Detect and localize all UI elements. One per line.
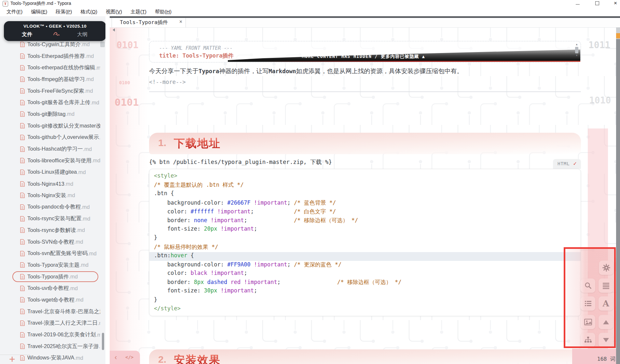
code-line: /* 覆盖主题默认的 .btn 样式 */: [149, 181, 581, 190]
file-item[interactable]: Tools-Etherpad插件推荐.md: [0, 50, 100, 62]
scroll-down-icon[interactable]: ▼: [574, 54, 579, 57]
menu-item[interactable]: 文件(F): [3, 8, 26, 16]
file-item[interactable]: Travel-2019-06北京美食计划.md: [0, 329, 100, 341]
menu-item[interactable]: 视图(V): [103, 8, 125, 16]
add-file-button[interactable]: +: [9, 353, 15, 364]
file-icon: [20, 53, 25, 59]
css-code-block[interactable]: <style>/* 覆盖主题默认的 .btn 样式 */.btn { backg…: [149, 169, 581, 316]
file-item[interactable]: Tools-rsync参数解读.md: [0, 224, 100, 236]
sidebar: Tools-Cygwin工具简介.mdTools-Etherpad插件推荐.md…: [0, 16, 105, 364]
file-icon: [20, 181, 25, 187]
tab-close-icon[interactable]: ×: [179, 19, 182, 25]
editor-scrollbar-thumb[interactable]: [616, 39, 620, 364]
tab-bar: Tools-Typora插件 ×: [110, 18, 620, 27]
file-icon: [20, 88, 25, 94]
btn-shortcode-line[interactable]: {% btn /public-files/typora_plugin-maste…: [149, 158, 332, 166]
file-icon: [20, 123, 25, 128]
file-icon: [20, 262, 25, 268]
file-icon: [20, 169, 25, 175]
mini-scroll-thumb[interactable]: [575, 47, 578, 53]
heading-2-number: 2.: [158, 354, 166, 364]
file-item[interactable]: Tools-svn配置免账号密码.md: [0, 248, 100, 259]
file-item[interactable]: Tools-libreoffice安装与使用.md: [0, 155, 100, 167]
close-button[interactable]: ×: [608, 0, 620, 7]
vlook-icon: [53, 31, 61, 37]
menu-item[interactable]: 段落(P): [52, 8, 75, 16]
file-item[interactable]: Tools-Nginx安装.md: [0, 190, 100, 201]
heading-1-number: 1.: [158, 137, 166, 148]
file-icon: [20, 320, 25, 326]
more-comment[interactable]: <!--more-->: [149, 79, 186, 85]
file-item[interactable]: Tools-Typora安装主题.md: [0, 259, 100, 271]
menu-item[interactable]: 帮助(H): [152, 8, 175, 16]
file-item[interactable]: Travel-北京奋斗终章-巴厘岛之旅.md: [0, 306, 100, 317]
file-item[interactable]: Tools-git删除tag.md: [0, 108, 100, 120]
code-line: }: [149, 296, 581, 305]
file-icon: [20, 135, 25, 140]
title-bar: T Tools-Typora插件.md - Typora ×: [0, 0, 620, 7]
code-line: background-color: #26667F !important; /*…: [149, 199, 581, 208]
file-icon: [20, 100, 25, 105]
sidebar-tab-files[interactable]: 文件: [22, 31, 32, 38]
code-line: /* 鼠标悬停时的效果 */: [149, 243, 581, 252]
file-icon: [20, 227, 25, 233]
code-line: background-color: #FF9A00 !important; /*…: [149, 261, 581, 270]
code-line: .btn:hover {: [149, 252, 581, 261]
file-item[interactable]: Tools-wget命令教程.md: [0, 294, 100, 306]
file-item[interactable]: Tools-rsync安装与配置.md: [0, 213, 100, 224]
annotation-pink-overlay: [565, 249, 614, 346]
menu-item[interactable]: 编辑(E): [28, 8, 50, 16]
footer-left-panel: ‹ </>: [110, 351, 140, 364]
menu-item[interactable]: 格式(O): [77, 8, 101, 16]
bg-digits: 1011: [588, 40, 610, 50]
file-item[interactable]: Tools-Linux搭建gitea.md: [0, 167, 100, 178]
file-item[interactable]: Travel-2025哈尔滨五一亲子游.md: [0, 341, 100, 352]
scrollbar-position-marker: [616, 33, 620, 38]
sidebar-scroll-top[interactable]: [100, 42, 105, 47]
sidebar-scrollbar-thumb[interactable]: [102, 333, 104, 350]
file-icon: [20, 65, 25, 71]
file-item[interactable]: Tools-git服务器仓库并上传.md: [0, 97, 100, 108]
heading-2-banner: 2. 安装效果: [149, 349, 581, 364]
code-language-badge[interactable]: HTML ✓: [553, 159, 581, 169]
footer-source-code-icon[interactable]: </>: [125, 355, 133, 360]
horizontal-rule: [149, 91, 581, 92]
file-item[interactable]: Tools-pandoc命令教程.md: [0, 201, 100, 213]
file-icon: [20, 239, 25, 245]
file-item[interactable]: Tools-Hashcat的学习一.md: [0, 143, 100, 155]
word-count: 168 词: [597, 356, 615, 363]
file-list: Tools-Cygwin工具简介.mdTools-Etherpad插件推荐.md…: [0, 39, 100, 364]
code-line: color: #ffffff !important; /* 白色文字 */: [149, 208, 581, 217]
file-item[interactable]: Tools-FreeFileSync探索.md: [0, 85, 100, 97]
file-item[interactable]: Tools-uv命令教程.md: [0, 282, 100, 294]
sidebar-tab-outline[interactable]: 大纲: [77, 31, 88, 38]
heading-1-banner: 1. 下载地址: [149, 133, 581, 154]
minimize-button[interactable]: [570, 0, 585, 7]
code-line: font-size: 30px !important;: [149, 287, 581, 296]
file-item[interactable]: Tools-git修改默认分支master改.md: [0, 120, 100, 132]
file-icon: [20, 111, 25, 117]
code-line: }: [149, 234, 581, 243]
file-item[interactable]: Tools-Typora插件.md: [0, 271, 100, 283]
file-icon: [20, 42, 25, 47]
menu-item[interactable]: 主题(T): [127, 8, 150, 16]
file-icon: [20, 309, 25, 314]
file-item[interactable]: Tools-ffmpeg的基础学习.md: [0, 74, 100, 85]
tab-label: Tools-Typora插件: [112, 19, 176, 26]
bg-digits: 0101: [115, 96, 139, 108]
footer-right-panel: 168 词: [572, 349, 620, 364]
footer-back-icon[interactable]: ‹: [115, 353, 117, 362]
file-item[interactable]: Tools-etherpad在线协作编辑.md: [0, 62, 100, 74]
file-item[interactable]: Travel-浪漫二人行之天津二日.md: [0, 317, 100, 329]
code-language-label: HTML: [558, 161, 570, 166]
scroll-up-icon[interactable]: ▲: [574, 43, 579, 46]
tab-tools-typora-plugin[interactable]: Tools-Typora插件 ×: [112, 18, 186, 27]
file-item[interactable]: Tools-github个人overview展示.md: [0, 132, 100, 143]
maximize-button[interactable]: [590, 0, 605, 7]
intro-paragraph[interactable]: 今天分享一下关于Typora神器的插件，让写Markdown如虎添翼，也是从网上…: [149, 67, 581, 75]
code-line: font-size: 20px !important;: [149, 225, 581, 234]
yaml-mini-scrollbar[interactable]: ▲ ▼: [574, 43, 579, 62]
file-item[interactable]: Tools-SVN命令教程.md: [0, 236, 100, 248]
file-item[interactable]: Tools-Nginx413.md: [0, 178, 100, 190]
collapse-arrow-icon[interactable]: [113, 28, 115, 32]
